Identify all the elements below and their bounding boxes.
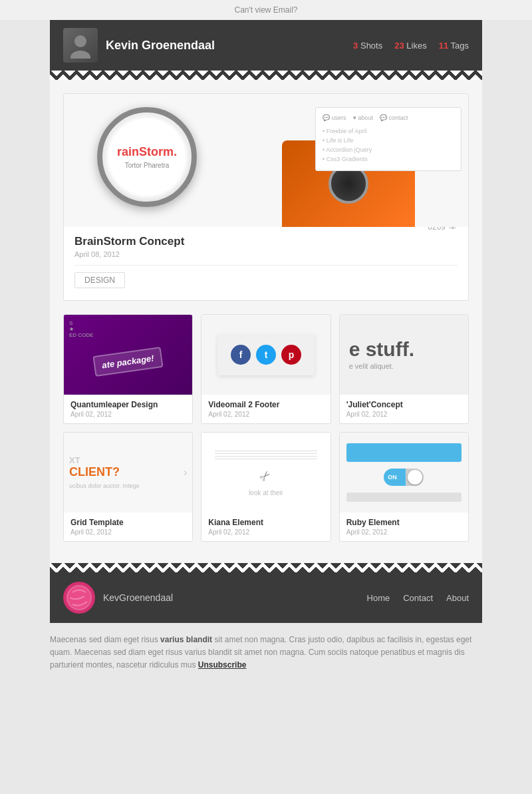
scissors-icon: ✂ <box>256 467 275 486</box>
likes-count: 23 <box>394 41 404 51</box>
twitter-icon: t <box>256 345 276 365</box>
facebook-icon: f <box>231 345 251 365</box>
toggle-on-text: ON <box>388 474 397 481</box>
list-item: Freebie of April <box>323 126 454 136</box>
magnifier-graphic: rainStorm. Tortor Pharetra <box>97 107 197 207</box>
shot-title: Ruby Element <box>346 518 462 527</box>
shot-info: Kiana Element April 02, 2012 <box>201 512 330 541</box>
thumb-badge: ate package! <box>93 346 164 376</box>
shots-label: Shots <box>360 41 382 51</box>
likes-count-item[interactable]: 23 Likes <box>394 41 426 51</box>
pinterest-icon: p <box>281 345 301 365</box>
bottom-text-before: Maecenas sed diam eget risus <box>50 635 160 644</box>
shot-date: April 02, 2012 <box>346 528 462 536</box>
grid-text-orange: CLIENT? <box>69 465 187 479</box>
shot-info: 'Juliet'Concept April 02, 2012 <box>340 395 468 423</box>
bottom-text: Maecenas sed diam eget risus varius blan… <box>0 623 532 683</box>
magnifier-title: rainStorm. <box>117 145 177 159</box>
design-tag: DESIGN <box>74 272 125 288</box>
svg-point-1 <box>70 51 90 59</box>
shot-card-ruby[interactable]: ON Ruby Element April 02, 2012 <box>339 432 469 542</box>
list-item: Css3 Gradients <box>323 154 454 164</box>
thumb-quantumleaper: S★ED CODE ate package! <box>64 315 192 395</box>
list-item: Accordion jQuery <box>323 145 454 154</box>
footer-nav-about[interactable]: About <box>446 593 469 603</box>
shot-info: Grid Template April 02, 2012 <box>64 512 192 541</box>
featured-side-panel: 💬 users ♥ about 💬 contact Freebie of Apr… <box>315 107 462 171</box>
thumb-grid: XT CLIENT? ucibus dolor auctor. Intege › <box>64 433 192 512</box>
shot-info: Videomail 2 Footer April 02, 2012 <box>201 395 330 423</box>
shots-count-item[interactable]: 3 Shots <box>353 41 382 51</box>
topbar-text: Can't view Email? <box>235 5 298 15</box>
side-nav: 💬 users ♥ about 💬 contact <box>323 114 454 121</box>
shot-card-videomail[interactable]: f t p Videomail 2 Footer April 02, 2012 <box>201 314 331 424</box>
toggle-track: ON <box>384 469 424 486</box>
shot-info: Quantumleaper Design April 02, 2012 <box>64 395 192 423</box>
footer-username: KevGroenendaal <box>103 592 173 603</box>
grid-text-gray: ucibus dolor auctor. Intege <box>69 482 187 491</box>
thumb-kiana: ✂ look at their <box>201 433 330 512</box>
top-bar: Can't view Email? <box>0 0 532 20</box>
toggle-knob <box>408 470 422 485</box>
ruby-blue-bar <box>346 443 462 462</box>
featured-title: BrainStorm Concept <box>74 235 184 248</box>
shots-count: 3 <box>353 41 358 51</box>
juliet-big-text: e stuff. <box>349 339 414 359</box>
footer-nav-contact[interactable]: Contact <box>403 593 433 603</box>
shot-card-quantumleaper[interactable]: S★ED CODE ate package! Quantumleaper Des… <box>63 314 193 424</box>
zigzag-divider-top <box>50 71 482 80</box>
shot-title: Quantumleaper Design <box>70 400 186 409</box>
juliet-small-text: e velit aliquet. <box>349 362 394 370</box>
avatar-image <box>63 28 98 63</box>
kiana-lines <box>215 449 318 461</box>
user-name: Kevin Groenendaal <box>106 39 215 53</box>
footer-nav-home[interactable]: Home <box>367 593 390 603</box>
thumb-text: S★ED CODE <box>69 320 93 338</box>
shot-date: April 02, 2012 <box>346 411 462 418</box>
magnifier-subtitle: Tortor Pharetra <box>117 162 177 169</box>
shot-card-juliet[interactable]: e stuff. e velit aliquet. 'Juliet'Concep… <box>339 314 469 424</box>
featured-info: BrainStorm Concept April 08, 2012 6209 👁… <box>64 227 468 300</box>
svg-point-0 <box>74 35 86 47</box>
unsubscribe-link[interactable]: Unsubscribe <box>198 660 247 670</box>
shot-info: Ruby Element April 02, 2012 <box>340 512 468 541</box>
bottom-bold1: varius blandit <box>160 635 212 644</box>
ruby-gray-bar <box>346 493 462 502</box>
shot-card-kiana[interactable]: ✂ look at their Kiana Element April 02, … <box>201 432 331 542</box>
tags-label: Tags <box>451 41 469 51</box>
shot-date: April 02, 2012 <box>208 411 323 418</box>
thumb-juliet: e stuff. e velit aliquet. <box>340 315 468 395</box>
footer-nav: Home Contact About <box>367 593 469 603</box>
header-left: Kevin Groenendaal <box>63 28 215 63</box>
shot-date: April 02, 2012 <box>208 528 323 536</box>
ruby-toggle: ON <box>384 469 424 486</box>
shot-date: April 02, 2012 <box>70 528 186 536</box>
list-item: Life is Life <box>323 136 454 145</box>
thumb-videomail: f t p <box>201 315 330 395</box>
shots-grid: S★ED CODE ate package! Quantumleaper Des… <box>63 314 469 542</box>
dribbble-logo <box>63 582 95 614</box>
featured-date: April 08, 2012 <box>74 250 184 258</box>
kiana-text: look at their <box>249 489 283 496</box>
grid-arrow-icon: › <box>184 467 187 479</box>
tags-count-item[interactable]: 11 Tags <box>439 41 469 51</box>
shot-title: 'Juliet'Concept <box>346 400 462 409</box>
thumb-ruby: ON <box>340 433 468 512</box>
email-header: Kevin Groenendaal 3 Shots 23 Likes 11 Ta… <box>50 20 482 71</box>
avatar <box>63 28 98 63</box>
footer-left: KevGroenendaal <box>63 582 173 614</box>
email-footer: KevGroenendaal Home Contact About <box>50 572 482 623</box>
shot-title: Kiana Element <box>208 518 323 527</box>
likes-label: Likes <box>406 41 426 51</box>
zigzag-divider-bottom <box>50 563 482 572</box>
shot-date: April 02, 2012 <box>70 411 186 418</box>
shot-title: Grid Template <box>70 518 186 527</box>
shot-title: Videomail 2 Footer <box>208 400 323 409</box>
main-content: rainStorm. Tortor Pharetra 💬 users ♥ <box>50 80 482 563</box>
shot-card-grid[interactable]: XT CLIENT? ucibus dolor auctor. Intege ›… <box>63 432 193 542</box>
header-nav: 3 Shots 23 Likes 11 Tags <box>353 41 469 51</box>
tags-count: 11 <box>439 41 448 51</box>
featured-shot: rainStorm. Tortor Pharetra 💬 users ♥ <box>63 93 469 301</box>
featured-image: rainStorm. Tortor Pharetra 💬 users ♥ <box>64 94 468 227</box>
featured-side-list: Freebie of April Life is Life Accordion … <box>323 126 454 164</box>
